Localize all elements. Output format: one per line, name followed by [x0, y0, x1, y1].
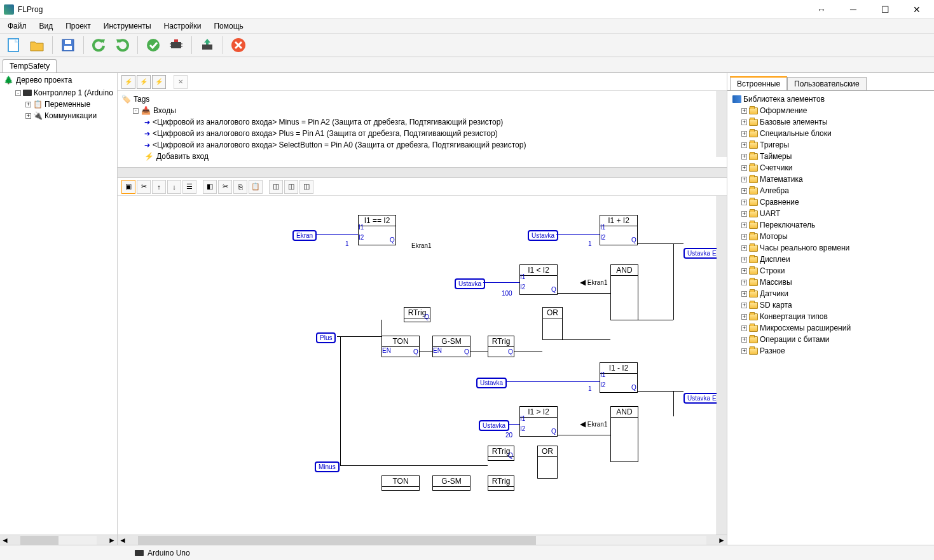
tree-node-communications[interactable]: +🔌Коммуникации	[3, 110, 114, 121]
expand-icon[interactable]: +	[741, 257, 747, 263]
library-category[interactable]: +Базовые элементы	[730, 116, 931, 128]
expand-icon[interactable]: +	[741, 234, 747, 240]
library-category[interactable]: +Счетчики	[730, 162, 931, 174]
library-root[interactable]: Библиотека элементов	[730, 93, 931, 105]
fbd-block[interactable]: OR	[537, 446, 558, 479]
project-tree-scrollbar[interactable]: ◄ ►	[0, 535, 117, 545]
expand-icon[interactable]: +	[741, 131, 747, 137]
expand-icon[interactable]: +	[741, 188, 747, 194]
expand-icon[interactable]: +	[741, 337, 747, 343]
doc-tab-tempsafety[interactable]: TempSafety	[3, 59, 57, 72]
tags-tree[interactable]: 🏷️Tags -📥Входы ➔<Цифровой из аналогового…	[118, 91, 727, 167]
expand-icon[interactable]: +	[741, 268, 747, 274]
library-category[interactable]: +Строки	[730, 265, 931, 277]
library-category[interactable]: +Таймеры	[730, 151, 931, 162]
expand-icon[interactable]: +	[741, 120, 747, 125]
menu-tools[interactable]: Инструменты	[99, 20, 156, 32]
resize-icon[interactable]: ↔	[808, 4, 835, 15]
stop-button[interactable]	[228, 35, 249, 55]
library-category[interactable]: +Конвертация типов	[730, 311, 931, 322]
canvas-btn-down[interactable]: ↓	[167, 180, 181, 194]
menu-help[interactable]: Помощь	[209, 20, 248, 32]
library-category[interactable]: +Математика	[730, 174, 931, 185]
library-category[interactable]: +Часы реального времени	[730, 242, 931, 254]
tags-hscroll[interactable]	[118, 167, 727, 177]
tags-root[interactable]: 🏷️Tags	[121, 93, 723, 105]
tag-input[interactable]: Ustavka	[479, 420, 509, 431]
close-button[interactable]: ✕	[903, 4, 930, 15]
tags-btn-1[interactable]: ⚡	[121, 75, 135, 89]
expand-icon[interactable]: +	[741, 314, 747, 320]
expand-icon[interactable]: +	[741, 245, 747, 251]
tag-output[interactable]: ◀ Ekran1	[577, 277, 610, 287]
library-tree[interactable]: Библиотека элементов +Оформление+Базовые…	[727, 91, 934, 545]
canvas-btn-10[interactable]: ◫	[269, 180, 283, 194]
menu-settings[interactable]: Настройки	[159, 20, 207, 32]
expand-icon[interactable]: +	[741, 291, 747, 297]
canvas-btn-6[interactable]: ◧	[203, 180, 217, 194]
menu-project[interactable]: Проект	[60, 20, 96, 32]
tag-output[interactable]: ◀ Ekran1	[577, 419, 610, 429]
expand-icon[interactable]: +	[25, 102, 31, 107]
save-button[interactable]	[58, 35, 78, 55]
expand-icon[interactable]: +	[741, 222, 747, 228]
canvas-btn-paste[interactable]: 📋	[249, 180, 263, 194]
library-category[interactable]: +SD карта	[730, 299, 931, 311]
expand-icon[interactable]: +	[25, 113, 31, 119]
tag-item-plus[interactable]: ➔<Цифровой из аналогового входа> Plus = …	[121, 128, 723, 139]
expand-icon[interactable]: +	[741, 325, 747, 331]
library-category[interactable]: +Датчики	[730, 288, 931, 299]
tag-input[interactable]: Ustavka	[528, 230, 558, 241]
maximize-button[interactable]: ☐	[872, 4, 898, 15]
collapse-icon[interactable]: -	[133, 108, 139, 114]
tag-add-input[interactable]: ⚡Добавить вход	[121, 151, 723, 162]
canvas-btn-copy[interactable]: ⎘	[233, 180, 247, 194]
canvas-vscroll[interactable]	[717, 196, 727, 535]
tag-input[interactable]: Ustavka	[455, 278, 485, 289]
tags-group-inputs[interactable]: -📥Входы	[121, 105, 723, 116]
tag-item-selectbutton[interactable]: ➔<Цифровой из аналогового входа> SelectB…	[121, 139, 723, 151]
fbd-block[interactable]: OR	[542, 307, 563, 340]
tag-input[interactable]: Ekran	[292, 230, 317, 241]
library-category[interactable]: +Переключатель	[730, 219, 931, 231]
minimize-button[interactable]: ─	[840, 4, 867, 15]
menu-view[interactable]: Вид	[34, 20, 58, 32]
library-category[interactable]: +Разное	[730, 345, 931, 357]
fbd-block[interactable]: RTrig	[488, 475, 514, 491]
upload-button[interactable]	[197, 35, 217, 55]
library-category[interactable]: +Моторы	[730, 231, 931, 242]
canvas-hscroll[interactable]: ◄ ►	[118, 535, 727, 545]
tags-vscroll[interactable]	[717, 91, 727, 157]
library-category[interactable]: +Алгебра	[730, 185, 931, 196]
tag-input[interactable]: Minus	[315, 461, 340, 472]
canvas-btn-cut[interactable]: ✂	[218, 180, 232, 194]
verify-button[interactable]	[143, 35, 163, 55]
fbd-block[interactable]: AND	[610, 264, 638, 320]
tab-builtin[interactable]: Встроенные	[730, 76, 787, 90]
tags-btn-2[interactable]: ⚡	[137, 75, 151, 89]
open-file-button[interactable]	[27, 35, 47, 55]
tags-btn-3[interactable]: ⚡	[152, 75, 166, 89]
expand-icon[interactable]: +	[741, 211, 747, 217]
undo-button[interactable]	[89, 35, 109, 55]
tag-output[interactable]: Ekran1	[409, 242, 434, 250]
compile-button[interactable]	[166, 35, 186, 55]
canvas-btn-up[interactable]: ↑	[152, 180, 166, 194]
expand-icon[interactable]: +	[741, 200, 747, 205]
library-category[interactable]: +Специальные блоки	[730, 128, 931, 139]
collapse-icon[interactable]: -	[15, 90, 21, 96]
menu-file[interactable]: Файл	[3, 20, 32, 32]
canvas-btn-11[interactable]: ◫	[284, 180, 298, 194]
expand-icon[interactable]: +	[741, 348, 747, 354]
expand-icon[interactable]: +	[741, 165, 747, 171]
expand-icon[interactable]: +	[741, 177, 747, 182]
canvas-btn-select[interactable]: ▣	[121, 180, 135, 194]
fbd-block[interactable]: AND	[610, 406, 638, 462]
tag-input[interactable]: Ustavka	[476, 378, 507, 388]
library-category[interactable]: +UART	[730, 208, 931, 219]
expand-icon[interactable]: +	[741, 108, 747, 114]
canvas-btn-2[interactable]: ✂	[137, 180, 151, 194]
expand-icon[interactable]: +	[741, 154, 747, 160]
redo-button[interactable]	[112, 35, 132, 55]
expand-icon[interactable]: +	[741, 142, 747, 148]
